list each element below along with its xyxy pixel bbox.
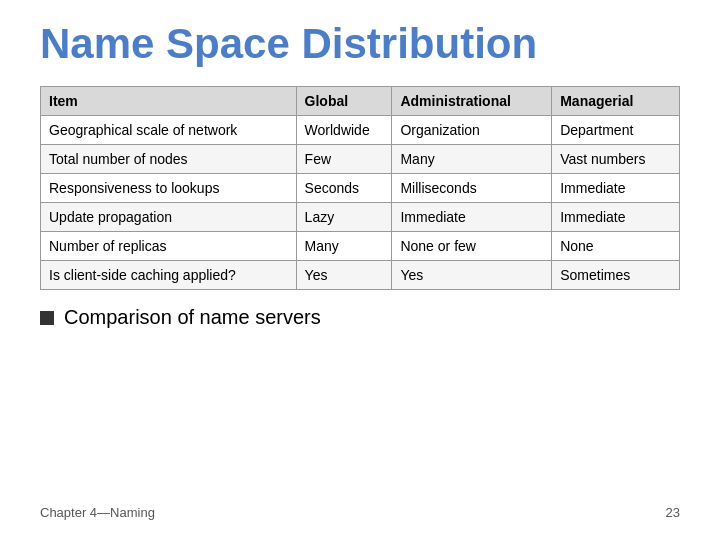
table-row: Total number of nodesFewManyVast numbers bbox=[41, 145, 680, 174]
footer-chapter: Chapter 4—Naming bbox=[40, 505, 155, 520]
table-row: Number of replicasManyNone or fewNone bbox=[41, 232, 680, 261]
header-managerial: Managerial bbox=[552, 87, 680, 116]
footer-page: 23 bbox=[666, 505, 680, 520]
table-cell: Organization bbox=[392, 116, 552, 145]
table-cell: Geographical scale of network bbox=[41, 116, 297, 145]
page-title: Name Space Distribution bbox=[40, 20, 680, 68]
table-row: Update propagationLazyImmediateImmediate bbox=[41, 203, 680, 232]
table-cell: Many bbox=[296, 232, 392, 261]
footer: Chapter 4—Naming 23 bbox=[40, 495, 680, 520]
table-cell: Update propagation bbox=[41, 203, 297, 232]
table-row: Responsiveness to lookupsSecondsMillisec… bbox=[41, 174, 680, 203]
table-cell: Responsiveness to lookups bbox=[41, 174, 297, 203]
table-cell: Is client-side caching applied? bbox=[41, 261, 297, 290]
table-cell: Yes bbox=[296, 261, 392, 290]
header-administrational: Administrational bbox=[392, 87, 552, 116]
table-row: Is client-side caching applied?YesYesSom… bbox=[41, 261, 680, 290]
table-cell: Immediate bbox=[552, 174, 680, 203]
table-cell: None bbox=[552, 232, 680, 261]
table-cell: Department bbox=[552, 116, 680, 145]
comparison-section: Comparison of name servers bbox=[40, 306, 680, 329]
table-cell: Number of replicas bbox=[41, 232, 297, 261]
data-table: Item Global Administrational Managerial … bbox=[40, 86, 680, 290]
table-cell: Sometimes bbox=[552, 261, 680, 290]
table-cell: Total number of nodes bbox=[41, 145, 297, 174]
table-cell: None or few bbox=[392, 232, 552, 261]
header-item: Item bbox=[41, 87, 297, 116]
table-cell: Worldwide bbox=[296, 116, 392, 145]
page: Name Space Distribution Item Global Admi… bbox=[0, 0, 720, 540]
table-header-row: Item Global Administrational Managerial bbox=[41, 87, 680, 116]
table-cell: Yes bbox=[392, 261, 552, 290]
table-cell: Milliseconds bbox=[392, 174, 552, 203]
bullet-icon bbox=[40, 311, 54, 325]
table-cell: Immediate bbox=[392, 203, 552, 232]
comparison-label: Comparison of name servers bbox=[64, 306, 321, 329]
header-global: Global bbox=[296, 87, 392, 116]
table-cell: Lazy bbox=[296, 203, 392, 232]
table-cell: Many bbox=[392, 145, 552, 174]
table-cell: Vast numbers bbox=[552, 145, 680, 174]
table-cell: Seconds bbox=[296, 174, 392, 203]
table-cell: Few bbox=[296, 145, 392, 174]
table-cell: Immediate bbox=[552, 203, 680, 232]
table-row: Geographical scale of networkWorldwideOr… bbox=[41, 116, 680, 145]
